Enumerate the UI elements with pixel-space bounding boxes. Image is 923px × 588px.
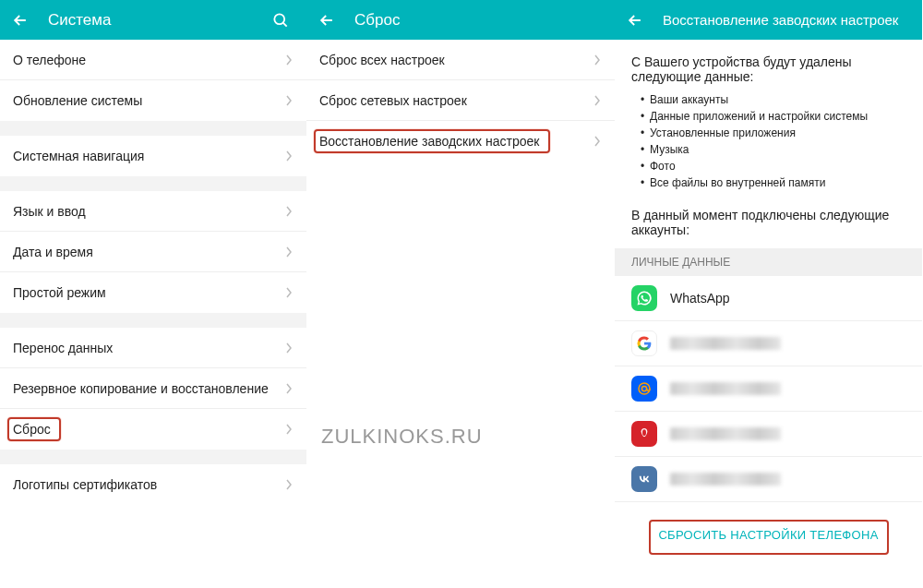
list-item-navigation[interactable]: Системная навигация	[0, 136, 306, 176]
whatsapp-icon	[631, 285, 657, 311]
list-item-logos[interactable]: Логотипы сертификатов	[0, 464, 306, 505]
blurred-label	[670, 427, 781, 440]
back-icon[interactable]	[316, 9, 338, 31]
item-label: Обновление системы	[13, 93, 284, 108]
chevron-right-icon	[284, 480, 294, 489]
connected-text: В данный момент подключены следующие акк…	[615, 198, 922, 248]
bullet: Музыка	[641, 141, 905, 158]
back-icon[interactable]	[9, 9, 31, 31]
chevron-right-icon	[284, 425, 294, 434]
account-mailru[interactable]	[615, 366, 922, 412]
item-label: Сброс всех настроек	[319, 53, 593, 67]
pane-factory-reset: Восстановление заводских настроек С Ваше…	[615, 0, 922, 588]
content: С Вашего устройства будут удалены следую…	[615, 40, 922, 588]
list-item-backup[interactable]: Резервное копирование и восстановление	[0, 368, 306, 409]
item-label: Дата и время	[13, 245, 284, 259]
spacer	[0, 121, 306, 136]
item-label: Сброс	[13, 422, 284, 437]
blurred-label	[670, 473, 781, 486]
list-item-lang[interactable]: Язык и ввод	[0, 191, 306, 232]
search-icon[interactable]	[270, 9, 292, 31]
svg-point-0	[274, 14, 284, 24]
item-label: Язык и ввод	[13, 204, 284, 219]
section-header: ЛИЧНЫЕ ДАННЫЕ	[615, 248, 922, 276]
list-item-reset[interactable]: Сброс	[0, 409, 306, 450]
page-title: Система	[48, 11, 270, 30]
item-label: Резервное копирование и восстановление	[13, 381, 284, 396]
item-label: Логотипы сертификатов	[13, 477, 284, 492]
list: О телефоне Обновление системы Системная …	[0, 40, 306, 588]
chevron-right-icon	[284, 55, 294, 65]
chevron-right-icon	[284, 207, 294, 216]
blurred-label	[670, 382, 781, 395]
spacer	[0, 450, 306, 464]
page-title: Сброс	[354, 11, 605, 30]
bullet: Ваши аккаунты	[641, 91, 905, 108]
mailru-icon	[631, 376, 657, 402]
list-item-reset-all[interactable]: Сброс всех настроек	[306, 40, 615, 80]
huawei-icon	[631, 421, 657, 447]
chevron-right-icon	[284, 151, 294, 161]
back-icon[interactable]	[624, 9, 646, 31]
list: Сброс всех настроек Сброс сетевых настро…	[306, 40, 615, 588]
account-vk[interactable]	[615, 457, 922, 502]
chevron-right-icon	[284, 247, 294, 257]
chevron-right-icon	[284, 288, 294, 297]
item-label: Восстановление заводских настроек	[319, 134, 593, 149]
chevron-right-icon	[284, 343, 294, 353]
list-item-factory-reset[interactable]: Восстановление заводских настроек	[306, 121, 615, 162]
account-huawei[interactable]	[615, 412, 922, 457]
item-label: О телефоне	[13, 53, 284, 67]
bullet: Все файлы во внутренней памяти	[641, 174, 905, 191]
svg-point-2	[641, 386, 646, 390]
bullet: Фото	[641, 158, 905, 174]
chevron-right-icon	[593, 137, 602, 146]
list-item-update[interactable]: Обновление системы	[0, 80, 306, 121]
chevron-right-icon	[284, 96, 294, 105]
item-label: Простой режим	[13, 285, 284, 300]
pane-system: Система О телефоне Обновление системы Си…	[0, 0, 306, 588]
description: С Вашего устройства будут удалены следую…	[615, 40, 922, 198]
list-item-transfer[interactable]: Перенос данных	[0, 328, 306, 368]
spacer	[0, 176, 306, 191]
page-title: Восстановление заводских настроек	[663, 12, 913, 28]
list-item-about[interactable]: О телефоне	[0, 40, 306, 80]
chevron-right-icon	[593, 55, 602, 65]
svg-point-1	[639, 383, 650, 394]
list-item-datetime[interactable]: Дата и время	[0, 232, 306, 272]
desc-title: С Вашего устройства будут удалены следую…	[631, 54, 905, 84]
header: Восстановление заводских настроек	[615, 0, 922, 40]
svg-point-3	[642, 429, 646, 436]
vk-icon	[631, 466, 657, 492]
blurred-label	[670, 337, 781, 350]
watermark: ZULKINOKS.RU	[321, 425, 483, 449]
item-label: Перенос данных	[13, 341, 284, 355]
account-whatsapp[interactable]: WhatsApp	[615, 276, 922, 321]
item-label: Системная навигация	[13, 149, 284, 163]
spacer	[0, 313, 306, 328]
list-item-simple[interactable]: Простой режим	[0, 272, 306, 313]
desc-list: Ваши аккаунты Данные приложений и настро…	[631, 91, 905, 191]
reset-button[interactable]: СБРОСИТЬ НАСТРОЙКИ ТЕЛЕФОНА	[645, 519, 891, 551]
chevron-right-icon	[284, 384, 294, 393]
pane-reset: Сброс Сброс всех настроек Сброс сетевых …	[306, 0, 615, 588]
google-icon	[631, 330, 657, 356]
bullet: Установленные приложения	[641, 125, 905, 141]
header: Сброс	[306, 0, 615, 40]
header: Система	[0, 0, 306, 40]
bullet: Данные приложений и настройки системы	[641, 108, 905, 125]
item-label: Сброс сетевых настроек	[319, 93, 593, 108]
list-item-reset-network[interactable]: Сброс сетевых настроек	[306, 80, 615, 121]
chevron-right-icon	[593, 96, 602, 105]
account-label: WhatsApp	[670, 291, 730, 306]
account-google[interactable]	[615, 321, 922, 366]
